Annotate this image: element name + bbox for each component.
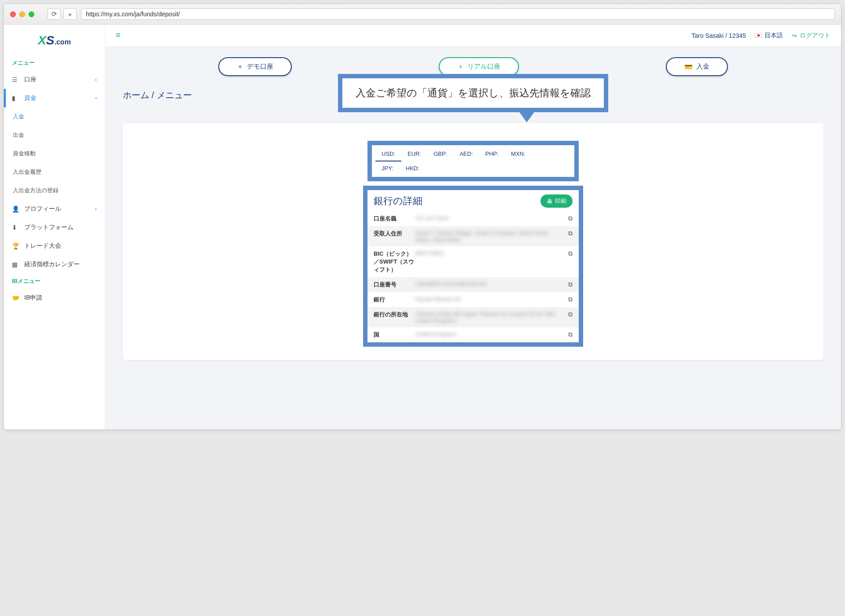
details-label: 銀行の所在地 xyxy=(374,311,415,324)
currency-tab-jpy[interactable]: JPY: xyxy=(375,161,400,175)
browser-titlebar: ⟳ + xyxy=(4,4,841,25)
copy-icon[interactable]: ⧉ xyxy=(565,250,573,274)
card-icon: 💳 xyxy=(684,63,693,71)
print-icon: 🖶 xyxy=(547,198,552,205)
details-row: 銀行の所在地Vintners Place 68 Upper Thames St … xyxy=(367,307,579,327)
language-selector[interactable]: 日本語 xyxy=(755,32,783,40)
copy-icon[interactable]: ⧉ xyxy=(565,311,573,324)
sidebar-label: IB申請 xyxy=(24,294,42,302)
button-label: リアル口座 xyxy=(467,62,500,71)
demo-account-button[interactable]: ＋ デモ口座 xyxy=(218,57,292,76)
details-label: 口座名義 xyxy=(374,215,415,223)
sidebar-item-contest[interactable]: 🏆 トレード大会 xyxy=(4,237,105,255)
details-label: 口座番号 xyxy=(374,281,415,289)
topbar: ≡ Taro Sasaki / 12345 日本語 ↪ ログアウト xyxy=(105,25,841,47)
user-info[interactable]: Taro Sasaki / 12345 xyxy=(691,32,746,39)
sidebar-item-register-method[interactable]: 入出金方法の登録 xyxy=(4,181,105,200)
sidebar-item-transfer[interactable]: 資金移動 xyxy=(4,144,105,163)
close-window-icon[interactable] xyxy=(10,11,16,17)
details-row: 受取人住所Suite 3, Global Village, Jivan's Co… xyxy=(367,226,579,246)
user-label: Taro Sasaki / 12345 xyxy=(691,32,746,39)
deposit-card: USD:EUR:GBP:AED:PHP:MXN:JPY:HKD: 銀行の詳細 🖶… xyxy=(123,123,823,360)
wallet-icon: ▮ xyxy=(12,95,19,102)
language-label: 日本語 xyxy=(764,32,783,40)
currency-selector-box: USD:EUR:GBP:AED:PHP:MXN:JPY:HKD: xyxy=(367,141,579,181)
bank-details-title: 銀行の詳細 xyxy=(374,194,422,208)
sidebar-label: 入出金履歴 xyxy=(13,168,41,176)
sidebar-label: 資金移動 xyxy=(13,150,36,158)
currency-tab-hkd[interactable]: HKD: xyxy=(400,161,426,175)
print-label: 印刷 xyxy=(555,197,566,205)
copy-icon[interactable]: ⧉ xyxy=(565,215,573,223)
handshake-icon: 🤝 xyxy=(12,294,19,301)
download-icon: ⬇ xyxy=(12,224,19,231)
menu-header: メニュー xyxy=(4,55,105,70)
currency-tab-gbp[interactable]: GBP: xyxy=(427,147,453,161)
list-icon: ☰ xyxy=(12,76,19,83)
details-value: BPFVGB2L xyxy=(415,250,565,274)
currency-tab-php[interactable]: PHP: xyxy=(479,147,505,161)
details-row: BIC（ビック）／SWIFT（スウィフト）BPFVGB2L⧉ xyxy=(367,246,579,277)
plus-icon: ＋ xyxy=(237,62,243,71)
chevron-left-icon: ‹ xyxy=(95,77,97,83)
copy-icon[interactable]: ⧉ xyxy=(565,331,573,339)
currency-tab-eur[interactable]: EUR: xyxy=(401,147,427,161)
sidebar-item-platform[interactable]: ⬇ プラットフォーム xyxy=(4,218,105,237)
url-input[interactable] xyxy=(81,8,835,20)
details-label: 銀行 xyxy=(374,296,415,304)
bank-details-box: 銀行の詳細 🖶 印刷 口座名義XS Ltd Client⧉受取人住所Suite … xyxy=(363,186,583,347)
main-content: ≡ Taro Sasaki / 12345 日本語 ↪ ログアウト ＋ デモ口座 xyxy=(105,25,841,429)
details-label: 受取人住所 xyxy=(374,230,415,243)
calendar-icon: ▦ xyxy=(12,261,19,268)
annotation-callout: 入金ご希望の「通貨」を選択し、振込先情報を確認 xyxy=(338,74,608,112)
logo-suffix: .com xyxy=(55,38,71,46)
maximize-window-icon[interactable] xyxy=(29,11,34,17)
chevron-down-icon: ‹ xyxy=(93,97,99,99)
sidebar-label: トレード大会 xyxy=(24,242,61,250)
sidebar-item-profile[interactable]: 👤 プロフィール ‹ xyxy=(4,200,105,218)
sidebar-label: 入金 xyxy=(13,113,24,121)
sidebar-item-funds[interactable]: ▮ 資金 ‹ xyxy=(4,89,105,107)
copy-icon[interactable]: ⧉ xyxy=(565,296,573,304)
new-tab-button[interactable]: + xyxy=(63,8,77,20)
details-label: 国 xyxy=(374,331,415,339)
currency-tab-usd[interactable]: USD: xyxy=(375,147,401,161)
sidebar: XS.com メニュー ☰ 口座 ‹ ▮ 資金 ‹ 入金 出金 資金移動 入出金… xyxy=(4,25,105,429)
sidebar-label: プラットフォーム xyxy=(24,224,73,231)
sidebar-item-deposit[interactable]: 入金 xyxy=(4,107,105,126)
button-label: 入金 xyxy=(696,62,709,71)
details-value: United Kingdom xyxy=(415,331,565,339)
details-value: GB00BPFV0201984146150 xyxy=(415,281,565,289)
minimize-window-icon[interactable] xyxy=(19,11,25,17)
currency-tab-aed[interactable]: AED: xyxy=(453,147,479,161)
sidebar-label: プロフィール xyxy=(24,205,61,213)
hamburger-icon[interactable]: ≡ xyxy=(116,31,121,40)
sidebar-label: 経済指標カレンダー xyxy=(24,260,80,268)
details-row: 口座番号GB00BPFV0201984146150⧉ xyxy=(367,277,579,292)
reload-button[interactable]: ⟳ xyxy=(48,8,61,20)
deposit-button[interactable]: 💳 入金 xyxy=(666,57,728,76)
sidebar-item-calendar[interactable]: ▦ 経済指標カレンダー xyxy=(4,255,105,274)
sidebar-label: 資金 xyxy=(24,94,37,102)
plus-icon: ＋ xyxy=(457,62,464,71)
print-button[interactable]: 🖶 印刷 xyxy=(540,194,573,208)
details-value: Vintners Place 68 Upper Thames St London… xyxy=(415,311,565,324)
sidebar-item-history[interactable]: 入出金履歴 xyxy=(4,163,105,181)
flag-jp-icon xyxy=(755,33,762,38)
details-row: 銀行Equals Money UK⧉ xyxy=(367,292,579,307)
sidebar-label: 入出金方法の登録 xyxy=(13,187,59,194)
sidebar-item-withdraw[interactable]: 出金 xyxy=(4,126,105,144)
ib-menu-header: IBメニュー xyxy=(4,274,105,289)
sidebar-item-account[interactable]: ☰ 口座 ‹ xyxy=(4,70,105,89)
logout-icon: ↪ xyxy=(792,32,797,39)
currency-tab-mxn[interactable]: MXN: xyxy=(505,147,532,161)
logout-button[interactable]: ↪ ログアウト xyxy=(792,32,830,40)
copy-icon[interactable]: ⧉ xyxy=(565,230,573,243)
logout-label: ログアウト xyxy=(800,32,830,40)
user-icon: 👤 xyxy=(12,205,19,213)
copy-icon[interactable]: ⧉ xyxy=(565,281,573,289)
sidebar-item-ib-apply[interactable]: 🤝 IB申請 xyxy=(4,289,105,307)
button-label: デモ口座 xyxy=(247,62,273,71)
real-account-button[interactable]: ＋ リアル口座 xyxy=(439,57,519,76)
details-label: BIC（ビック）／SWIFT（スウィフト） xyxy=(374,250,415,274)
